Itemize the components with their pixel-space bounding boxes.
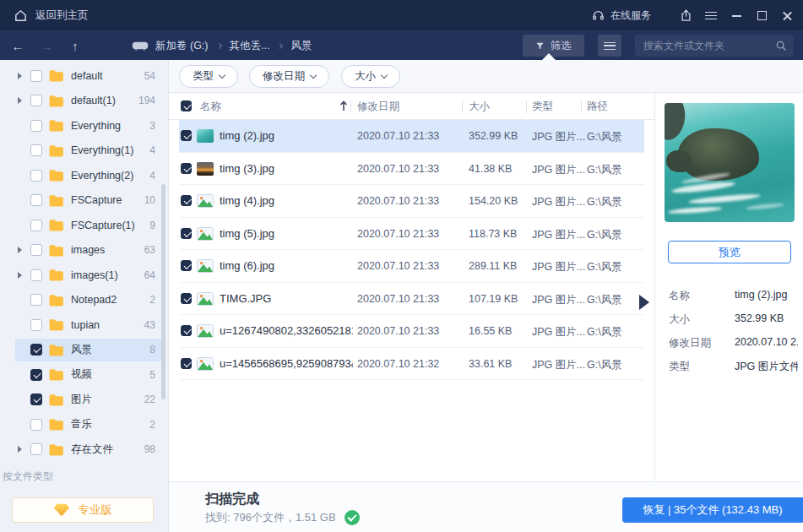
drive-icon (132, 40, 149, 52)
expand-arrow-icon[interactable] (18, 272, 22, 279)
sidebar-item-Everything[interactable]: Everything3 (0, 113, 168, 138)
date-filter-dropdown[interactable]: 修改日期 (249, 65, 329, 88)
sidebar-item-Everything(2)[interactable]: Everything(2)4 (0, 163, 168, 188)
breadcrumb-item[interactable]: 新加卷 (G:) (155, 39, 209, 53)
column-header-path[interactable]: 路径 (587, 100, 608, 114)
row-checkbox[interactable] (181, 325, 192, 336)
file-date: 2020.07.10 21:33 (357, 130, 439, 142)
sidebar-item-存在文件[interactable]: 存在文件98 (0, 437, 168, 463)
table-row[interactable]: timg (2).jpg2020.07.10 21:33352.99 KBJPG… (169, 120, 654, 153)
folder-checkbox[interactable] (30, 244, 42, 256)
folder-checkbox[interactable] (30, 344, 42, 356)
breadcrumb-item[interactable]: 风景 (290, 39, 312, 53)
menu-button[interactable] (698, 0, 724, 31)
file-type: JPG 图片... (532, 163, 585, 177)
folder-checkbox[interactable] (30, 95, 42, 106)
collapse-panel-handle[interactable] (639, 295, 649, 310)
folder-checkbox[interactable] (30, 294, 42, 306)
select-all-checkbox[interactable] (181, 100, 192, 111)
folder-label: FSCapture (71, 194, 122, 206)
detail-label: 大小 (669, 312, 735, 327)
row-checkbox[interactable] (181, 130, 192, 141)
maximize-button[interactable] (749, 0, 774, 31)
table-row[interactable]: timg (4).jpg2020.07.10 21:33154.20 KBJPG… (169, 185, 654, 218)
column-header-name[interactable]: 名称 (200, 100, 221, 114)
row-checkbox[interactable] (181, 228, 192, 239)
close-button[interactable] (774, 0, 800, 31)
sidebar-item-风景[interactable]: 风景8 (0, 338, 168, 363)
table-row[interactable]: u=1267490802,3326052181&...2020.07.10 21… (169, 315, 654, 348)
folder-checkbox[interactable] (30, 319, 42, 331)
folder-checkbox[interactable] (30, 194, 42, 206)
column-header-size[interactable]: 大小 (469, 100, 490, 114)
search-input[interactable] (635, 35, 794, 57)
folder-checkbox[interactable] (30, 70, 42, 82)
share-button[interactable] (673, 0, 698, 31)
expand-arrow-icon[interactable] (18, 73, 22, 79)
file-thumbnail-icon (197, 162, 214, 176)
folder-icon (48, 294, 64, 307)
sidebar-item-images[interactable]: images63 (0, 238, 168, 263)
expand-arrow-icon[interactable] (18, 446, 22, 453)
sidebar-item-视频[interactable]: 视频5 (0, 362, 168, 388)
preview-button[interactable]: 预览 (668, 241, 791, 263)
sidebar-item-FSCapture(1)[interactable]: FSCapture(1)9 (0, 213, 168, 238)
view-options-button[interactable] (598, 35, 621, 57)
detail-row: 名称timg (2).jpg (669, 289, 798, 303)
recover-button[interactable]: 恢复 | 35个文件 (132.43 MB) (622, 497, 803, 523)
sidebar-item-tupian[interactable]: tupian43 (0, 312, 168, 338)
column-separator (581, 100, 582, 113)
folder-checkbox[interactable] (30, 120, 42, 132)
row-checkbox[interactable] (181, 260, 192, 271)
folder-checkbox[interactable] (30, 144, 42, 156)
file-path: G:\风景 (587, 358, 622, 372)
expand-arrow-icon[interactable] (18, 247, 22, 253)
table-row[interactable]: timg (5).jpg2020.07.10 21:33118.73 KBJPG… (169, 218, 654, 251)
folder-checkbox[interactable] (30, 419, 42, 431)
preview-image[interactable] (665, 103, 795, 222)
pro-version-button[interactable]: 专业版 (12, 497, 154, 523)
by-file-type-label: 按文件类型 (3, 470, 53, 484)
type-filter-dropdown[interactable]: 类型 (179, 65, 238, 88)
folder-checkbox[interactable] (30, 369, 42, 381)
back-to-home-button[interactable]: 返回到主页 (0, 0, 100, 30)
size-filter-dropdown[interactable]: 大小 (341, 65, 400, 88)
expand-arrow-icon[interactable] (18, 97, 22, 104)
breadcrumb-item[interactable]: 其他丢... (230, 39, 270, 53)
table-row[interactable]: u=1456568695,925908793&f...2020.07.10 21… (169, 348, 654, 381)
column-header-type[interactable]: 类型 (532, 100, 553, 114)
minimize-button[interactable] (724, 0, 749, 31)
folder-checkbox[interactable] (30, 443, 42, 455)
app-window: 返回到主页 在线服务 ← → ↑ 新加卷 (G:)其他丢...风景 筛选 (0, 0, 803, 532)
sidebar-item-音乐[interactable]: 音乐2 (0, 412, 168, 437)
folder-count: 10 (144, 194, 155, 206)
row-checkbox[interactable] (181, 293, 192, 304)
sidebar-item-FSCapture[interactable]: FSCapture10 (0, 188, 168, 214)
folder-checkbox[interactable] (30, 269, 42, 281)
sidebar-item-default(1)[interactable]: default(1)194 (0, 89, 168, 114)
sidebar-item-Notepad2[interactable]: Notepad22 (0, 288, 168, 313)
up-arrow-button[interactable]: ↑ (64, 39, 86, 53)
sort-ascending-icon[interactable] (339, 100, 348, 111)
sidebar-item-Everything(1)[interactable]: Everything(1)4 (0, 138, 168, 164)
folder-label: tupian (71, 319, 100, 331)
sidebar-scrollbar[interactable] (161, 184, 165, 399)
back-arrow-button[interactable]: ← (7, 39, 29, 53)
folder-checkbox[interactable] (30, 394, 42, 405)
folder-checkbox[interactable] (30, 170, 42, 182)
sidebar-item-images(1)[interactable]: images(1)64 (0, 263, 168, 288)
forward-arrow-button[interactable]: → (35, 39, 57, 53)
table-row[interactable]: TIMG.JPG2020.07.10 21:33107.19 KBJPG 图片.… (169, 283, 654, 316)
sidebar-item-default[interactable]: default54 (0, 63, 168, 89)
row-checkbox[interactable] (181, 195, 192, 206)
online-service-button[interactable]: 在线服务 (592, 8, 651, 23)
column-header-date[interactable]: 修改日期 (357, 100, 399, 114)
folder-checkbox[interactable] (30, 220, 42, 231)
folder-icon (48, 219, 64, 231)
table-row[interactable]: timg (6).jpg2020.07.10 21:33289.11 KBJPG… (169, 250, 654, 283)
sidebar-item-图片[interactable]: 图片22 (0, 388, 168, 413)
folder-icon (48, 318, 64, 331)
row-checkbox[interactable] (181, 163, 192, 174)
row-checkbox[interactable] (181, 358, 192, 369)
table-row[interactable]: timg (3).jpg2020.07.10 21:3341.38 KBJPG … (169, 153, 654, 186)
